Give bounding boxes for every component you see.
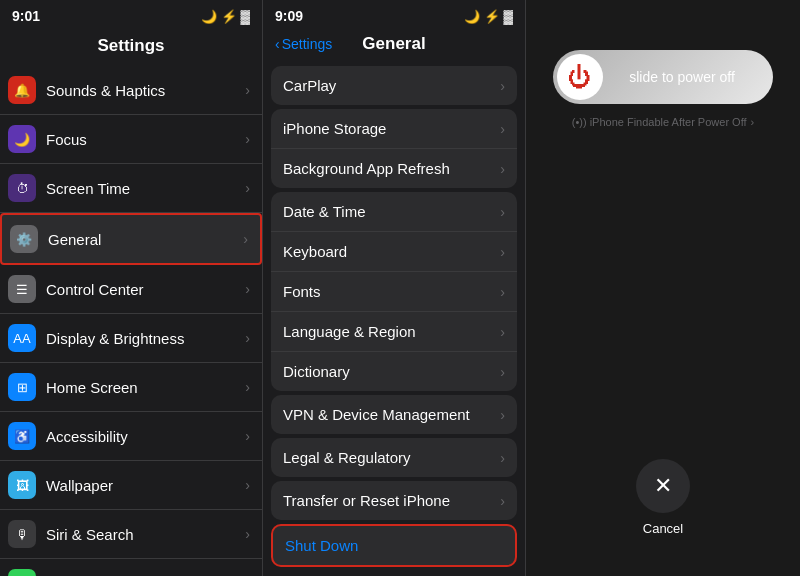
screentime-chevron: › — [245, 180, 250, 196]
bgrefresh-chevron: › — [500, 161, 505, 177]
dictionary-chevron: › — [500, 364, 505, 380]
bolt-icon-2: ⚡ — [484, 9, 500, 24]
transfer-item[interactable]: Transfer or Reset iPhone › — [271, 481, 517, 520]
settings-title: Settings — [0, 30, 262, 66]
settings-item-sirisearch[interactable]: 🎙Siri & Search› — [0, 510, 262, 559]
wallpaper-label: Wallpaper — [46, 477, 245, 494]
vpn-label: VPN & Device Management — [283, 406, 500, 423]
language-label: Language & Region — [283, 323, 500, 340]
x-icon: ✕ — [654, 473, 672, 499]
datetime-label: Date & Time — [283, 203, 500, 220]
wallpaper-icon: 🖼 — [8, 471, 36, 499]
display-label: Display & Brightness — [46, 330, 245, 347]
datetime-item[interactable]: Date & Time › — [271, 192, 517, 232]
screentime-icon: ⏱ — [8, 174, 36, 202]
back-button[interactable]: ‹ Settings — [275, 36, 332, 52]
settings-item-homescreen[interactable]: ⊞Home Screen› — [0, 363, 262, 412]
power-icon: ⏻ — [568, 63, 592, 91]
settings-panel: 9:01 🌙 ⚡ ▓ Settings 🔔Sounds & Haptics›🌙F… — [0, 0, 263, 576]
findable-label: (•)) iPhone Findable After Power Off — [572, 116, 747, 128]
language-chevron: › — [500, 324, 505, 340]
shutdown-label: Shut Down — [285, 537, 503, 554]
transfer-chevron: › — [500, 493, 505, 509]
keyboard-chevron: › — [500, 244, 505, 260]
dictionary-item[interactable]: Dictionary › — [271, 352, 517, 391]
bolt-icon: ⚡ — [221, 9, 237, 24]
focus-icon: 🌙 — [8, 125, 36, 153]
shutdown-item[interactable]: Shut Down — [273, 526, 515, 565]
homescreen-chevron: › — [245, 379, 250, 395]
transfer-label: Transfer or Reset iPhone — [283, 492, 500, 509]
status-icons-1: 🌙 ⚡ ▓ — [201, 9, 250, 24]
accessibility-label: Accessibility — [46, 428, 245, 445]
power-panel: ⏻ slide to power off (•)) iPhone Findabl… — [526, 0, 800, 576]
back-label: Settings — [282, 36, 333, 52]
settings-item-display[interactable]: AADisplay & Brightness› — [0, 314, 262, 363]
general-group-carplay: CarPlay › — [271, 66, 517, 105]
display-chevron: › — [245, 330, 250, 346]
fonts-chevron: › — [500, 284, 505, 300]
settings-item-wallpaper[interactable]: 🖼Wallpaper› — [0, 461, 262, 510]
status-bar-1: 9:01 🌙 ⚡ ▓ — [0, 0, 262, 30]
battery-icon-2: ▓ — [504, 9, 513, 24]
storage-label: iPhone Storage — [283, 120, 500, 137]
general-label: General — [48, 231, 243, 248]
sirisearch-label: Siri & Search — [46, 526, 245, 543]
vpn-item[interactable]: VPN & Device Management › — [271, 395, 517, 434]
moon-icon-2: 🌙 — [464, 9, 480, 24]
carplay-label: CarPlay — [283, 77, 500, 94]
settings-item-focus[interactable]: 🌙Focus› — [0, 115, 262, 164]
shutdown-group: Shut Down — [271, 524, 517, 567]
sounds-chevron: › — [245, 82, 250, 98]
language-item[interactable]: Language & Region › — [271, 312, 517, 352]
controlcenter-icon: ☰ — [8, 275, 36, 303]
datetime-chevron: › — [500, 204, 505, 220]
general-panel: 9:09 🌙 ⚡ ▓ ‹ Settings General CarPlay › … — [263, 0, 526, 576]
storage-chevron: › — [500, 121, 505, 137]
settings-item-faceid[interactable]: 🔒Face ID & Passcode› — [0, 559, 262, 576]
settings-item-general[interactable]: ⚙️General› — [0, 213, 262, 265]
general-group-legal: Legal & Regulatory › — [271, 438, 517, 477]
power-slider-thumb: ⏻ — [557, 54, 603, 100]
sirisearch-chevron: › — [245, 526, 250, 542]
time-1: 9:01 — [12, 8, 40, 24]
general-nav-bar: ‹ Settings General — [263, 30, 525, 62]
time-2: 9:09 — [275, 8, 303, 24]
display-icon: AA — [8, 324, 36, 352]
findable-text[interactable]: (•)) iPhone Findable After Power Off › — [572, 116, 755, 128]
chevron-left-icon: ‹ — [275, 36, 280, 52]
dictionary-label: Dictionary — [283, 363, 500, 380]
cancel-button[interactable]: ✕ — [636, 459, 690, 513]
battery-icon: ▓ — [241, 9, 250, 24]
general-icon: ⚙️ — [10, 225, 38, 253]
general-chevron: › — [243, 231, 248, 247]
focus-chevron: › — [245, 131, 250, 147]
wallpaper-chevron: › — [245, 477, 250, 493]
slide-text: slide to power off — [603, 69, 769, 85]
cancel-label: Cancel — [643, 521, 683, 536]
vpn-chevron: › — [500, 407, 505, 423]
homescreen-icon: ⊞ — [8, 373, 36, 401]
settings-list: 🔔Sounds & Haptics›🌙Focus›⏱Screen Time›⚙️… — [0, 66, 262, 576]
moon-icon: 🌙 — [201, 9, 217, 24]
bgrefresh-item[interactable]: Background App Refresh › — [271, 149, 517, 188]
general-group-vpn: VPN & Device Management › — [271, 395, 517, 434]
sounds-icon: 🔔 — [8, 76, 36, 104]
settings-item-controlcenter[interactable]: ☰Control Center› — [0, 265, 262, 314]
settings-item-sounds[interactable]: 🔔Sounds & Haptics› — [0, 66, 262, 115]
storage-item[interactable]: iPhone Storage › — [271, 109, 517, 149]
status-bar-2: 9:09 🌙 ⚡ ▓ — [263, 0, 525, 30]
power-slider[interactable]: ⏻ slide to power off — [553, 50, 773, 104]
fonts-item[interactable]: Fonts › — [271, 272, 517, 312]
homescreen-label: Home Screen — [46, 379, 245, 396]
carplay-item[interactable]: CarPlay › — [271, 66, 517, 105]
settings-item-screentime[interactable]: ⏱Screen Time› — [0, 164, 262, 213]
keyboard-label: Keyboard — [283, 243, 500, 260]
carplay-chevron: › — [500, 78, 505, 94]
keyboard-item[interactable]: Keyboard › — [271, 232, 517, 272]
settings-item-accessibility[interactable]: ♿Accessibility› — [0, 412, 262, 461]
sirisearch-icon: 🎙 — [8, 520, 36, 548]
legal-item[interactable]: Legal & Regulatory › — [271, 438, 517, 477]
focus-label: Focus — [46, 131, 245, 148]
sounds-label: Sounds & Haptics — [46, 82, 245, 99]
